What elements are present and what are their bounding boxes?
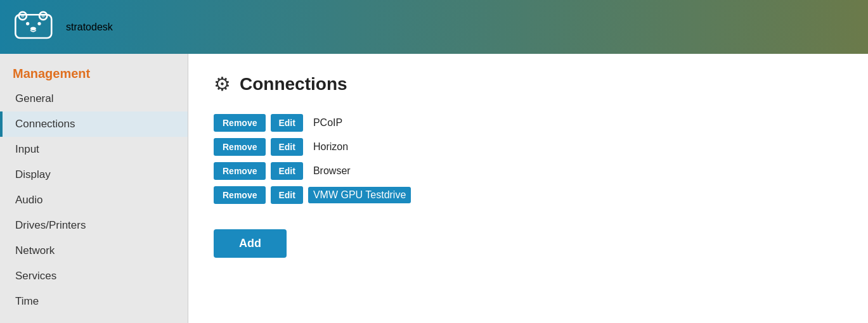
main-content: ⚙ Connections Remove Edit PCoIP Remove E… [188, 54, 868, 323]
edit-button-browser[interactable]: Edit [271, 162, 302, 180]
svg-point-5 [30, 27, 36, 30]
edit-button-horizon[interactable]: Edit [271, 138, 302, 156]
connection-name-vmw-gpu: VMW GPU Testdrive [308, 187, 411, 203]
remove-button-horizon[interactable]: Remove [214, 138, 266, 156]
sidebar: Management General Connections Input Dis… [0, 54, 188, 323]
svg-point-3 [26, 22, 29, 25]
remove-button-browser[interactable]: Remove [214, 162, 266, 180]
page-title: Connections [240, 74, 347, 94]
connection-row-horizon: Remove Edit Horizon [214, 138, 843, 156]
connections-list: Remove Edit PCoIP Remove Edit Horizon Re… [214, 114, 843, 204]
svg-point-6 [21, 14, 24, 17]
svg-point-4 [37, 22, 41, 25]
sidebar-item-time[interactable]: Time [0, 289, 188, 314]
sidebar-item-services[interactable]: Services [0, 263, 188, 289]
remove-button-vmw-gpu[interactable]: Remove [214, 186, 266, 204]
connection-name-pcoip: PCoIP [308, 115, 347, 131]
connection-name-horizon: Horizon [308, 139, 353, 155]
app-body: Management General Connections Input Dis… [0, 54, 868, 323]
sidebar-item-connections[interactable]: Connections [0, 111, 188, 137]
page-header: ⚙ Connections [214, 73, 843, 95]
sidebar-item-audio[interactable]: Audio [0, 187, 188, 213]
connection-row-browser: Remove Edit Browser [214, 162, 843, 180]
sidebar-item-display[interactable]: Display [0, 162, 188, 187]
add-connection-button[interactable]: Add [214, 229, 287, 258]
connection-name-browser: Browser [308, 163, 356, 179]
bear-logo-icon [13, 10, 57, 44]
remove-button-pcoip[interactable]: Remove [214, 114, 266, 132]
svg-point-7 [42, 14, 45, 17]
sidebar-item-network[interactable]: Network [0, 238, 188, 263]
sidebar-item-general[interactable]: General [0, 86, 188, 111]
app-title: stratodesk [66, 22, 113, 33]
edit-button-vmw-gpu[interactable]: Edit [271, 186, 302, 204]
sidebar-section-management: Management [0, 60, 188, 86]
connection-row-pcoip: Remove Edit PCoIP [214, 114, 843, 132]
sidebar-item-input[interactable]: Input [0, 137, 188, 162]
gear-icon: ⚙ [214, 73, 231, 95]
connection-row-vmw-gpu: Remove Edit VMW GPU Testdrive [214, 186, 843, 204]
edit-button-pcoip[interactable]: Edit [271, 114, 302, 132]
sidebar-item-drives-printers[interactable]: Drives/Printers [0, 213, 188, 238]
logo-area: stratodesk [13, 10, 113, 44]
app-header: stratodesk [0, 0, 868, 54]
